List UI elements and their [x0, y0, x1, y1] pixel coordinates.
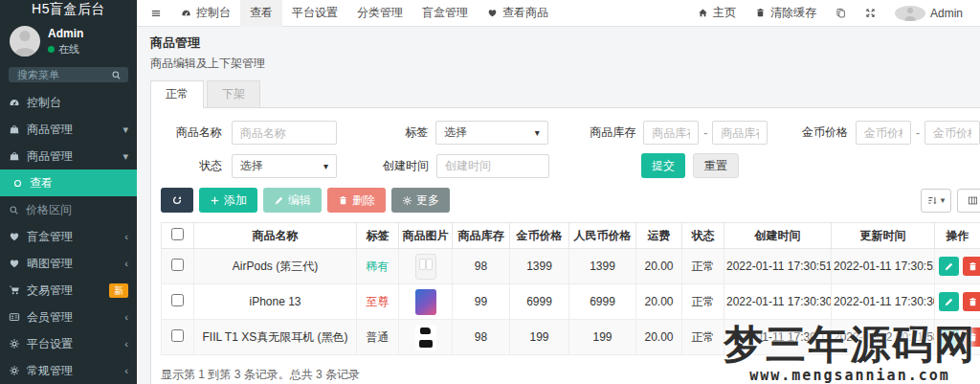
row-edit-button[interactable] [939, 257, 959, 276]
refresh-button[interactable] [161, 188, 193, 213]
row-checkbox[interactable] [171, 259, 184, 271]
sidebar-item-blindbox-management[interactable]: 盲盒管理 ‹ [0, 223, 137, 250]
gold-filter-label: 金币价格 [794, 124, 848, 141]
add-button[interactable]: 添加 [199, 188, 257, 213]
gold-max-input[interactable] [924, 121, 980, 145]
cell-gold-price: 6999 [510, 284, 569, 320]
sidebar-item-goods-management-1[interactable]: 商品管理 ▾ [0, 116, 137, 143]
nav-item-blindbox-management[interactable]: 盲盒管理 [412, 0, 478, 27]
more-button[interactable]: 更多 [391, 188, 450, 213]
trash-icon [968, 261, 978, 272]
cell-status: 正常 [682, 249, 724, 284]
home-button[interactable]: 主页 [688, 0, 746, 27]
app-logo: H5盲盒后台 [0, 0, 137, 19]
range-dash: - [703, 126, 707, 140]
stock-max-input[interactable] [712, 121, 768, 145]
home-icon [698, 8, 708, 18]
name-filter-label: 商品名称 [161, 124, 222, 141]
tab-normal[interactable]: 正常 [150, 80, 204, 108]
clear-cache-button[interactable]: 清除缓存 [746, 0, 826, 27]
user-menu[interactable]: Admin [885, 0, 972, 27]
sidebar-item-goods-management-2[interactable]: 商品管理 ▾ [0, 143, 137, 169]
tag-filter-label: 标签 [375, 124, 429, 141]
delete-button[interactable]: 删除 [327, 188, 386, 213]
sidebar-item-trade-management[interactable]: 交易管理 新 [0, 277, 137, 304]
name-filter-input[interactable] [232, 121, 337, 145]
nav-item-label: 盲盒管理 [422, 5, 468, 21]
select-all-checkbox[interactable] [171, 228, 184, 240]
row-checkbox[interactable] [171, 294, 184, 306]
tag-filter-select[interactable]: 选择 ▾ [435, 121, 547, 145]
nav-item-dashboard[interactable]: 控制台 [171, 0, 240, 27]
shopping-bag-icon [9, 150, 20, 162]
sidebar-item-platform-settings[interactable]: 平台设置 ‹ [0, 330, 137, 357]
search-icon [111, 70, 122, 80]
sidebar-search[interactable] [9, 67, 128, 82]
gauge-icon [181, 8, 191, 18]
new-badge: 新 [109, 283, 128, 298]
nav-item-platform-settings[interactable]: 平台设置 [282, 0, 347, 27]
cell-stock: 98 [453, 320, 510, 355]
status-filter-select[interactable]: 选择 ▾ [232, 154, 337, 178]
sidebar-item-label: 常规管理 [27, 363, 73, 379]
sort-button[interactable]: ▾ [921, 189, 951, 213]
plus-icon [210, 195, 220, 206]
sidebar-toggle-button[interactable] [141, 0, 171, 27]
fullscreen-button[interactable] [856, 0, 885, 27]
table-row: AirPods (第三代) 稀有 98 1399 1399 20.00 正常 2… [162, 249, 980, 284]
tab-offshelf[interactable]: 下架 [207, 80, 260, 107]
stock-min-input[interactable] [643, 121, 699, 145]
table-header-row: 商品名称 标签 商品图片 商品库存 金币价格 人民币价格 运费 状态 创建时间 … [162, 223, 980, 249]
gear-icon [402, 195, 412, 206]
select-all-cell [162, 223, 194, 249]
nav-item-label: 分类管理 [357, 5, 403, 21]
reset-button[interactable]: 重置 [693, 153, 739, 178]
nav-item-view-goods[interactable]: 查看商品 [478, 0, 558, 27]
sidebar-item-price-range[interactable]: 价格区间 [0, 196, 137, 223]
cell-stock: 99 [453, 284, 510, 320]
heart-icon [9, 258, 20, 269]
sidebar-item-view[interactable]: 查看 [0, 169, 137, 196]
row-delete-button[interactable] [963, 257, 980, 276]
submit-button[interactable]: 提交 [641, 153, 685, 178]
chevron-left-icon: ‹ [124, 365, 128, 376]
tag-badge: 至尊 [367, 295, 390, 308]
pencil-icon [944, 297, 954, 307]
filter-row-2: 状态 选择 ▾ 创建时间 提交 重置 [161, 153, 980, 178]
gold-min-input[interactable] [856, 121, 911, 145]
sidebar-item-dashboard[interactable]: 控制台 [0, 89, 137, 116]
sidebar-item-label: 商品管理 [27, 122, 73, 138]
sidebar-item-label: 交易管理 [27, 282, 73, 299]
nav-item-label: 控制台 [196, 5, 231, 21]
cell-created: 2022-01-11 17:30:30 [724, 284, 832, 320]
col-header-status: 状态 [682, 223, 724, 249]
columns-button[interactable] [957, 189, 980, 213]
row-delete-button[interactable] [963, 292, 980, 311]
sidebar-item-member-management[interactable]: 会员管理 ‹ [0, 304, 137, 330]
shopping-bag-icon [9, 124, 20, 135]
status-select-value: 选择 [240, 158, 263, 174]
col-header-tag: 标签 [357, 223, 399, 249]
nav-item-category-management[interactable]: 分类管理 [347, 0, 412, 27]
copy-page-button[interactable] [826, 0, 856, 27]
created-filter-input[interactable] [436, 154, 549, 178]
cell-rmb-price: 1399 [569, 249, 636, 284]
cell-shipping: 20.00 [636, 249, 682, 284]
nav-tab-view[interactable]: 查看 [240, 0, 282, 27]
sidebar-item-label: 控制台 [27, 95, 61, 111]
main-area: 控制台 查看 平台设置 分类管理 盲盒管理 查看商品 主页 [137, 0, 980, 384]
username-label: Admin [930, 7, 963, 20]
row-edit-button[interactable] [939, 292, 959, 311]
avatar [895, 6, 925, 21]
top-navbar: 控制台 查看 平台设置 分类管理 盲盒管理 查看商品 主页 [137, 0, 980, 27]
row-checkbox[interactable] [171, 329, 184, 342]
cell-shipping: 20.00 [636, 320, 682, 355]
search-icon [9, 205, 19, 215]
nav-item-label: 平台设置 [292, 5, 338, 21]
sidebar-item-photo-management[interactable]: 晒图管理 ‹ [0, 250, 137, 277]
tag-badge: 稀有 [367, 260, 390, 273]
edit-button[interactable]: 编辑 [263, 188, 322, 213]
sidebar-item-label: 商品管理 [27, 148, 73, 165]
sidebar-search-input[interactable] [15, 68, 111, 81]
sidebar-item-general-management[interactable]: 常规管理 ‹ [0, 357, 137, 384]
